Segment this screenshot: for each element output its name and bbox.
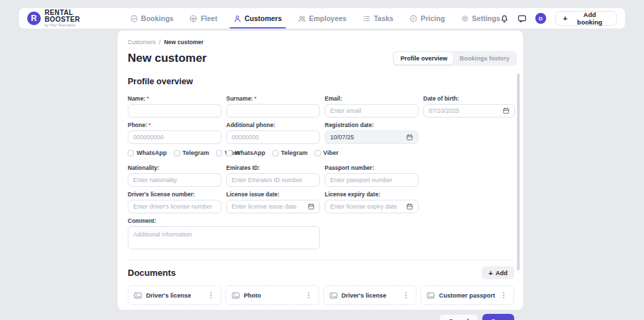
panel-scrollbar[interactable]: [517, 73, 520, 270]
document-card-photo[interactable]: Photo: [226, 285, 319, 305]
brand-tagline: by Pilot Telematics: [45, 23, 110, 27]
kebab-menu-icon[interactable]: [207, 291, 215, 299]
document-card-customer-passport[interactable]: Customer passport: [421, 285, 514, 305]
comment-textarea[interactable]: [128, 226, 320, 249]
calendar-icon[interactable]: [406, 203, 413, 210]
passport-number-input[interactable]: [330, 177, 413, 183]
phone-messenger-group: WhatsApp Telegram Viber: [128, 149, 221, 156]
checkbox-whatsapp[interactable]: WhatsApp: [226, 149, 266, 156]
breadcrumb-separator: /: [159, 39, 160, 46]
passport-number-label: Passport number:: [325, 164, 418, 171]
field-registration-date: Registration date:: [325, 122, 418, 144]
document-card-drivers-license-2[interactable]: Driver's license: [323, 285, 417, 305]
image-icon: [427, 291, 435, 300]
kebab-menu-icon[interactable]: [401, 291, 410, 299]
field-date-of-birth: Date of birth:: [423, 95, 515, 118]
license-issue-date-input[interactable]: [232, 203, 305, 210]
add-booking-button[interactable]: + Add booking: [555, 11, 617, 26]
telegram-checkbox[interactable]: [174, 150, 180, 156]
nav-label: Employees: [309, 14, 346, 22]
nationality-input[interactable]: [133, 177, 216, 183]
nav-item-fleet[interactable]: Fleet: [190, 8, 217, 29]
tab-profile-overview[interactable]: Profile overview: [394, 52, 453, 65]
document-card-label: Customer passport: [439, 292, 495, 299]
tab-bar: Profile overview Bookings history: [393, 51, 517, 66]
registration-date-input[interactable]: [330, 134, 404, 141]
user-avatar[interactable]: D: [535, 13, 545, 24]
brand-logo-icon: R: [27, 12, 41, 25]
required-mark: *: [254, 95, 256, 102]
license-number-label: Driver's license number:: [128, 191, 221, 198]
kebab-menu-icon[interactable]: [499, 291, 508, 299]
nav-item-tasks[interactable]: Tasks: [363, 8, 393, 29]
viber-checkbox[interactable]: [315, 150, 321, 156]
documents-heading: Documents: [128, 268, 176, 278]
emirates-id-input[interactable]: [232, 177, 315, 183]
brand: R RENTAL BOOSTER by Pilot Telematics: [27, 10, 110, 27]
email-input[interactable]: [330, 107, 413, 114]
breadcrumb: Customers / New customer: [128, 39, 517, 46]
task-list-icon: [363, 15, 370, 22]
nav-item-customers[interactable]: Customers: [234, 8, 282, 29]
nav-item-pricing[interactable]: Pricing: [410, 8, 445, 29]
name-input[interactable]: [133, 107, 216, 114]
field-license-expiry-date: License expiry date:: [325, 191, 418, 213]
field-additional-phone: Additional phone:: [226, 122, 320, 144]
calendar-icon[interactable]: [308, 203, 315, 210]
nav-item-bookings[interactable]: Bookings: [130, 8, 174, 29]
date-of-birth-input[interactable]: [429, 107, 500, 114]
whatsapp-checkbox[interactable]: [128, 150, 134, 156]
breadcrumb-customers[interactable]: Customers: [128, 39, 156, 46]
document-card-label: Photo: [244, 292, 262, 299]
name-label: Name:*: [128, 95, 221, 102]
gear-icon: [461, 15, 469, 22]
save-button[interactable]: Save: [482, 314, 514, 320]
top-navbar: R RENTAL BOOSTER by Pilot Telematics Boo…: [19, 8, 625, 29]
tab-bookings-history[interactable]: Bookings history: [453, 52, 516, 65]
comment-label: Comment:: [128, 217, 517, 224]
cancel-button[interactable]: Cancel: [439, 314, 478, 320]
date-of-birth-label: Date of birth:: [423, 95, 515, 102]
add-booking-label: Add booking: [571, 11, 609, 26]
calendar-icon[interactable]: [406, 134, 413, 141]
checkbox-viber[interactable]: Viber: [315, 149, 338, 156]
phone-label: Phone:*: [128, 122, 221, 128]
page-title: New customer: [128, 52, 207, 65]
document-card-drivers-license[interactable]: Driver's license: [128, 285, 221, 305]
kebab-menu-icon[interactable]: [304, 291, 313, 299]
surname-input[interactable]: [232, 107, 315, 114]
additional-phone-input[interactable]: [232, 134, 315, 141]
checkbox-label: Telegram: [281, 149, 308, 156]
nav-item-settings[interactable]: Settings: [461, 8, 500, 29]
whatsapp-checkbox[interactable]: [226, 150, 232, 156]
notifications-bell-icon[interactable]: [500, 14, 509, 23]
nav-item-employees[interactable]: Employees: [298, 8, 346, 29]
messages-chat-icon[interactable]: [518, 14, 526, 23]
field-emirates-id: Emirates ID:: [226, 164, 320, 187]
calendar-icon[interactable]: [503, 107, 509, 114]
field-license-number: Driver's license number:: [128, 191, 221, 213]
field-phone: Phone:*: [128, 122, 221, 144]
viber-checkbox[interactable]: [216, 150, 222, 156]
form-footer: Cancel Save: [128, 314, 517, 320]
license-issue-date-label: License issue date:: [226, 191, 320, 198]
checkbox-label: Viber: [323, 149, 338, 156]
telegram-checkbox[interactable]: [272, 150, 279, 156]
section-divider: [128, 260, 514, 260]
license-expiry-date-label: License expiry date:: [325, 191, 418, 198]
brand-name: RENTAL BOOSTER: [45, 10, 110, 23]
add-document-button[interactable]: + Add: [482, 266, 514, 279]
nav-label: Pricing: [421, 14, 445, 22]
percent-icon: [410, 15, 417, 22]
checkbox-whatsapp[interactable]: WhatsApp: [128, 149, 167, 156]
main-nav: Bookings Fleet Customers Employees Tasks: [130, 8, 501, 29]
nav-label: Bookings: [141, 14, 174, 22]
new-customer-panel: Customers / New customer New customer Pr…: [118, 31, 523, 310]
checkbox-telegram[interactable]: Telegram: [272, 149, 308, 156]
license-expiry-date-input[interactable]: [330, 203, 404, 210]
field-email: Email:: [325, 95, 418, 118]
phone-input[interactable]: [133, 134, 216, 141]
required-mark: *: [147, 95, 149, 102]
license-number-input[interactable]: [133, 203, 216, 210]
checkbox-telegram[interactable]: Telegram: [174, 149, 209, 156]
